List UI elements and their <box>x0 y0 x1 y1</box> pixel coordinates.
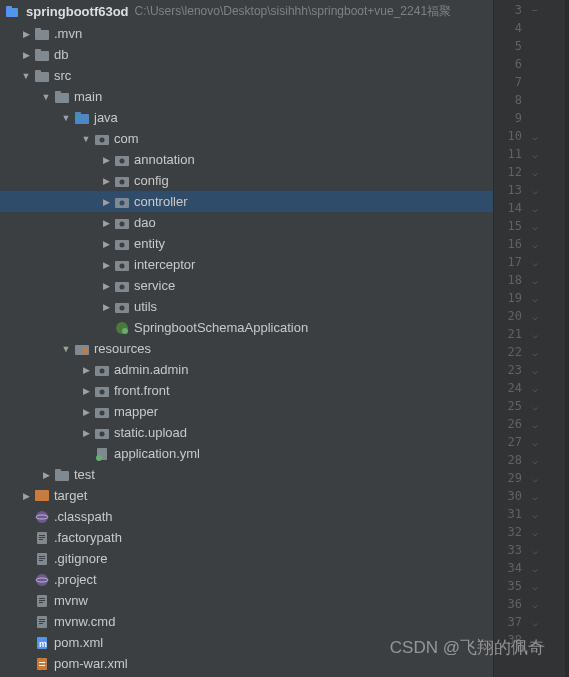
gutter-line[interactable]: 18⌵ <box>494 271 565 289</box>
gutter-marker-icon[interactable]: ⌵ <box>528 185 542 196</box>
gutter-marker-icon[interactable]: ⌵ <box>528 383 542 394</box>
gutter-line[interactable]: 4 <box>494 19 565 37</box>
gutter-marker-icon[interactable]: ⌵ <box>528 347 542 358</box>
expand-arrow-icon[interactable]: ▶ <box>100 301 112 313</box>
collapse-arrow-icon[interactable]: ▼ <box>60 343 72 355</box>
gutter-line[interactable]: 34⌵ <box>494 559 565 577</box>
tree-item-pom-xml[interactable]: m pom.xml <box>0 632 493 653</box>
collapse-arrow-icon[interactable]: ▼ <box>40 91 52 103</box>
collapse-arrow-icon[interactable]: ▼ <box>80 133 92 145</box>
expand-arrow-icon[interactable]: ▶ <box>100 238 112 250</box>
gutter-line[interactable]: 8 <box>494 91 565 109</box>
gutter-line[interactable]: 26⌵ <box>494 415 565 433</box>
tree-item-src[interactable]: ▼ src <box>0 65 493 86</box>
gutter-line[interactable]: 19⌵ <box>494 289 565 307</box>
gutter-marker-icon[interactable]: ⌵ <box>528 401 542 412</box>
tree-item-db[interactable]: ▶ db <box>0 44 493 65</box>
gutter-line[interactable]: 14⌵ <box>494 199 565 217</box>
collapse-arrow-icon[interactable]: ▼ <box>60 112 72 124</box>
gutter-marker-icon[interactable]: ⌵ <box>528 257 542 268</box>
gutter-marker-icon[interactable]: ⌵ <box>528 131 542 142</box>
tree-item-mapper[interactable]: ▶ mapper <box>0 401 493 422</box>
expand-arrow-icon[interactable]: ▶ <box>100 154 112 166</box>
gutter-marker-icon[interactable]: ⌵ <box>528 203 542 214</box>
gutter-line[interactable]: 29⌵ <box>494 469 565 487</box>
gutter-line[interactable]: 28⌵ <box>494 451 565 469</box>
gutter-line[interactable]: 13⌵ <box>494 181 565 199</box>
gutter-line[interactable]: 7 <box>494 73 565 91</box>
tree-item-pom-war[interactable]: pom-war.xml <box>0 653 493 674</box>
gutter-line[interactable]: 25⌵ <box>494 397 565 415</box>
expand-arrow-icon[interactable]: ▶ <box>100 175 112 187</box>
expand-arrow-icon[interactable]: ▶ <box>80 427 92 439</box>
tree-item-mvnw-cmd[interactable]: mvnw.cmd <box>0 611 493 632</box>
gutter-marker-icon[interactable]: ⌵ <box>528 545 542 556</box>
gutter-line[interactable]: 12⌵ <box>494 163 565 181</box>
gutter-line[interactable]: 15⌵ <box>494 217 565 235</box>
gutter-line[interactable]: 11⌵ <box>494 145 565 163</box>
gutter-marker-icon[interactable]: ⌵ <box>528 419 542 430</box>
gutter-marker-icon[interactable]: ⌵ <box>528 563 542 574</box>
gutter-line[interactable]: 38⌵ <box>494 631 565 649</box>
expand-arrow-icon[interactable]: ▶ <box>40 469 52 481</box>
tree-item-controller[interactable]: ▶ controller <box>0 191 493 212</box>
gutter-marker-icon[interactable]: − <box>528 5 542 16</box>
gutter-marker-icon[interactable]: ⌵ <box>528 167 542 178</box>
gutter-marker-icon[interactable]: ⌵ <box>528 599 542 610</box>
gutter-line[interactable]: 36⌵ <box>494 595 565 613</box>
gutter-line[interactable]: 3− <box>494 1 565 19</box>
tree-item-utils[interactable]: ▶ utils <box>0 296 493 317</box>
tree-item-factorypath[interactable]: .factorypath <box>0 527 493 548</box>
collapse-arrow-icon[interactable]: ▼ <box>20 70 32 82</box>
expand-arrow-icon[interactable]: ▶ <box>20 49 32 61</box>
tree-item-classpath[interactable]: .classpath <box>0 506 493 527</box>
tree-item-entity[interactable]: ▶ entity <box>0 233 493 254</box>
tree-item-static-upload[interactable]: ▶ static.upload <box>0 422 493 443</box>
tree-item-config[interactable]: ▶ config <box>0 170 493 191</box>
gutter-marker-icon[interactable]: ⌵ <box>528 275 542 286</box>
tree-item-interceptor[interactable]: ▶ interceptor <box>0 254 493 275</box>
gutter-marker-icon[interactable]: ⌵ <box>528 527 542 538</box>
project-header[interactable]: springbootf63od C:\Users\lenovo\Desktop\… <box>0 0 493 23</box>
editor-area[interactable] <box>565 0 569 677</box>
gutter-marker-icon[interactable]: ⌵ <box>528 437 542 448</box>
tree-item-springboot-app[interactable]: SpringbootSchemaApplication <box>0 317 493 338</box>
gutter-marker-icon[interactable]: ⌵ <box>528 293 542 304</box>
gutter-line[interactable]: 24⌵ <box>494 379 565 397</box>
tree-item-gitignore[interactable]: .gitignore <box>0 548 493 569</box>
gutter-line[interactable]: 20⌵ <box>494 307 565 325</box>
gutter-line[interactable]: 22⌵ <box>494 343 565 361</box>
tree-item-service[interactable]: ▶ service <box>0 275 493 296</box>
gutter-marker-icon[interactable]: ⌵ <box>528 221 542 232</box>
project-tree-panel[interactable]: springbootf63od C:\Users\lenovo\Desktop\… <box>0 0 493 677</box>
tree-item-annotation[interactable]: ▶ annotation <box>0 149 493 170</box>
expand-arrow-icon[interactable]: ▶ <box>20 28 32 40</box>
tree-item-mvn[interactable]: ▶ .mvn <box>0 23 493 44</box>
gutter-line[interactable]: 35⌵ <box>494 577 565 595</box>
tree-item-mvnw[interactable]: mvnw <box>0 590 493 611</box>
tree-item-target[interactable]: ▶ target <box>0 485 493 506</box>
gutter-line[interactable]: 17⌵ <box>494 253 565 271</box>
gutter-marker-icon[interactable]: ⌵ <box>528 617 542 628</box>
expand-arrow-icon[interactable]: ▶ <box>80 406 92 418</box>
expand-arrow-icon[interactable]: ▶ <box>100 196 112 208</box>
tree-item-main[interactable]: ▼ main <box>0 86 493 107</box>
expand-arrow-icon[interactable]: ▶ <box>80 385 92 397</box>
tree-item-project[interactable]: .project <box>0 569 493 590</box>
gutter-line[interactable]: 6 <box>494 55 565 73</box>
gutter-line[interactable]: 5 <box>494 37 565 55</box>
gutter-line[interactable]: 9 <box>494 109 565 127</box>
gutter-line[interactable]: 10⌵ <box>494 127 565 145</box>
gutter-line[interactable]: 27⌵ <box>494 433 565 451</box>
gutter-marker-icon[interactable]: ⌵ <box>528 509 542 520</box>
gutter-line[interactable]: 16⌵ <box>494 235 565 253</box>
tree-item-app-yml[interactable]: application.yml <box>0 443 493 464</box>
gutter-marker-icon[interactable]: ⌵ <box>528 455 542 466</box>
tree-item-test[interactable]: ▶ test <box>0 464 493 485</box>
gutter-marker-icon[interactable]: ⌵ <box>528 473 542 484</box>
expand-arrow-icon[interactable]: ▶ <box>100 259 112 271</box>
gutter-marker-icon[interactable]: ⌵ <box>528 149 542 160</box>
gutter-line[interactable]: 37⌵ <box>494 613 565 631</box>
gutter-line[interactable]: 33⌵ <box>494 541 565 559</box>
gutter-line[interactable]: 23⌵ <box>494 361 565 379</box>
